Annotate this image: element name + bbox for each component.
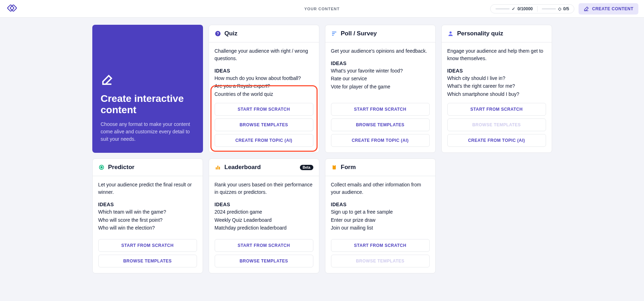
start-from-scratch-button[interactable]: START FROM SCRATCH [331, 239, 430, 252]
svg-rect-10 [216, 167, 217, 169]
ideas-label: IDEAS [98, 202, 197, 207]
idea-item: Join our mailing list [331, 224, 430, 232]
idea-item: Which smartphone should I buy? [447, 90, 546, 98]
app-logo[interactable] [6, 2, 18, 15]
svg-rect-13 [332, 165, 336, 169]
idea-item: How much do you know about football? [215, 74, 313, 82]
svg-rect-12 [219, 167, 220, 170]
idea-item: Enter our prize draw [331, 216, 430, 224]
credits-value: 0/10000 [517, 6, 533, 11]
diamond-icon: ◇ [558, 6, 561, 11]
question-icon: ? [215, 30, 221, 37]
idea-item: Which city should I live in? [447, 74, 546, 82]
card-title: Quiz [225, 30, 238, 37]
idea-item: Countries of the world quiz [215, 90, 313, 98]
card-title: Poll / Survey [341, 30, 377, 37]
idea-item: Weekly Quiz Leaderboard [215, 216, 313, 224]
card-description: Engage your audience and help them get t… [447, 47, 546, 62]
create-from-topic-button[interactable]: CREATE FROM TOPIC (AI) [331, 134, 430, 147]
start-from-scratch-button[interactable]: START FROM SCRATCH [215, 239, 313, 252]
browse-templates-button[interactable]: BROWSE TEMPLATES [215, 255, 313, 267]
create-content-button[interactable]: CREATE CONTENT [579, 3, 638, 15]
start-from-scratch-button[interactable]: START FROM SCRATCH [98, 239, 197, 252]
card-title: Form [341, 164, 356, 171]
svg-rect-0 [7, 5, 14, 11]
card-predictor: Predictor Let your audience predict the … [92, 158, 203, 273]
idea-item: Rate our service [331, 75, 430, 82]
top-bar: YOUR CONTENT ✓ 0/10000 ◇ 0/5 CREATE CONT… [0, 0, 644, 18]
bars-icon [215, 164, 221, 170]
browse-templates-button[interactable]: BROWSE TEMPLATES [215, 118, 313, 131]
card-description: Let your audience predict the final resu… [98, 181, 197, 196]
person-icon [447, 30, 454, 37]
idea-item: What's your favorite winter food? [331, 67, 430, 75]
card-title: Personality quiz [457, 30, 503, 37]
ideas-label: IDEAS [331, 60, 430, 66]
card-leaderboard: Leaderboard Beta Rank your users based o… [209, 158, 319, 273]
card-poll: Poll / Survey Get your audience's opinio… [325, 25, 436, 153]
slots-value: 0/5 [563, 6, 569, 11]
card-form: Form Collect emails and other informatio… [325, 158, 436, 273]
card-description: Challenge your audience with right / wro… [215, 47, 313, 62]
ideas-label: IDEAS [215, 202, 313, 207]
browse-templates-button[interactable]: BROWSE TEMPLATES [98, 255, 197, 267]
edit-icon [101, 74, 195, 87]
idea-item: Who will score the first point? [98, 216, 197, 224]
browse-templates-button: BROWSE TEMPLATES [331, 255, 430, 267]
idea-item: What's the right career for me? [447, 82, 546, 90]
create-from-topic-button[interactable]: CREATE FROM TOPIC (AI) [215, 134, 313, 147]
card-title: Leaderboard [225, 164, 261, 171]
idea-item: Sign up to get a free sample [331, 208, 430, 216]
check-icon: ✓ [512, 6, 515, 11]
beta-badge: Beta [300, 165, 313, 170]
idea-item: Which team will win the game? [98, 208, 197, 216]
idea-item: Vote for player of the game [331, 83, 430, 91]
card-description: Get your audience's opinions and feedbac… [331, 47, 430, 55]
svg-rect-1 [10, 5, 17, 11]
hero-title: Create interactive content [101, 93, 195, 116]
create-content-label: CREATE CONTENT [592, 6, 633, 11]
idea-item: Matchday prediction leaderboard [215, 224, 313, 232]
slots-bar [542, 8, 556, 10]
start-from-scratch-button[interactable]: START FROM SCRATCH [215, 103, 313, 116]
target-icon [98, 164, 105, 170]
card-title: Predictor [108, 164, 135, 171]
svg-rect-11 [217, 166, 218, 170]
content-grid: Create interactive content Choose any fo… [85, 18, 559, 288]
idea-item: Are you a Royals expert? [215, 82, 313, 90]
hero-panel: Create interactive content Choose any fo… [92, 25, 203, 153]
svg-rect-14 [333, 165, 335, 166]
start-from-scratch-button[interactable]: START FROM SCRATCH [447, 103, 546, 116]
start-from-scratch-button[interactable]: START FROM SCRATCH [331, 103, 430, 116]
browse-templates-button: BROWSE TEMPLATES [447, 118, 546, 131]
credits-bar [495, 8, 510, 10]
clipboard-icon [331, 164, 337, 170]
svg-point-9 [100, 167, 102, 168]
ideas-label: IDEAS [447, 68, 546, 74]
ideas-label: IDEAS [331, 202, 430, 207]
create-from-topic-button[interactable]: CREATE FROM TOPIC (AI) [447, 134, 546, 147]
svg-text:?: ? [216, 31, 219, 36]
browse-templates-button[interactable]: BROWSE TEMPLATES [331, 118, 430, 131]
idea-item: Who will win the election? [98, 224, 197, 232]
card-quiz: ? Quiz Challenge your audience with righ… [209, 25, 319, 153]
ideas-label: IDEAS [215, 68, 313, 74]
quota-pill: ✓ 0/10000 ◇ 0/5 [490, 4, 574, 13]
svg-point-7 [449, 31, 452, 34]
list-icon [331, 30, 337, 37]
card-personality: Personality quiz Engage your audience an… [441, 25, 552, 153]
card-description: Rank your users based on their performan… [215, 181, 313, 196]
idea-item: 2024 prediction game [215, 208, 313, 216]
hero-subtitle: Choose any format to make your content c… [101, 121, 195, 143]
card-description: Collect emails and other information fro… [331, 181, 430, 196]
